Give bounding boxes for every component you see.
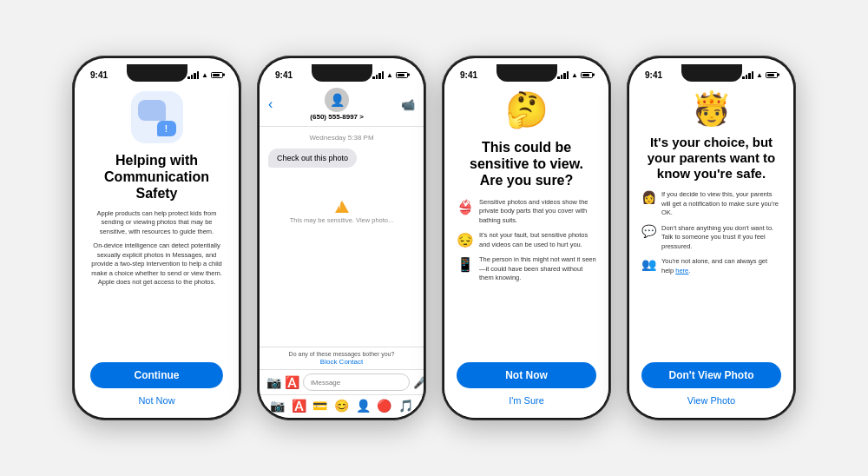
warning-triangle-icon (335, 201, 349, 213)
choice-item-3: 👥 You're not alone, and can always get h… (641, 257, 781, 275)
phone-1-desc2: On-device intelligence can detect potent… (90, 241, 223, 288)
audio-icon[interactable]: 🎤 (413, 376, 424, 389)
choice-title: It's your choice, but your parents want … (641, 135, 781, 182)
messages-input-bar: 📷 🅰️ 🎤 (260, 369, 424, 394)
back-button[interactable]: ‹ (268, 96, 273, 112)
phone-4-notch (681, 64, 742, 82)
phone-2-content: ‹ 👤 (650) 555-8997 > 📹 Wednesday 5:38 PM… (260, 84, 424, 418)
phone-1: 9:41 ▲ (72, 56, 241, 420)
emoji-music[interactable]: 🎵 (398, 399, 413, 413)
phone-2-wrapper: 9:41 ▲ (257, 56, 426, 420)
dont-view-button[interactable]: Don't View Photo (641, 362, 781, 388)
crown-emoji: 🫅 (691, 89, 732, 128)
video-call-icon[interactable]: 📹 (401, 98, 415, 111)
phone-3: 9:41 ▲ 🤔 (442, 56, 611, 420)
phone-3-inner: 9:41 ▲ 🤔 (444, 58, 608, 418)
phone-icon: 📱 (457, 256, 474, 273)
phone-4-battery-icon (766, 72, 778, 78)
emoji-camera[interactable]: 📷 (270, 399, 285, 413)
sensitive-item-2-text: It's not your fault, but sensitive photo… (479, 231, 596, 249)
message-date: Wednesday 5:38 PM (268, 134, 415, 142)
chat-bubble-2: ! (157, 121, 176, 136)
exclamation-icon: ! (165, 124, 168, 134)
communication-icon: ! (131, 91, 183, 143)
sensitive-title: This could be sensitive to view. Are you… (457, 139, 596, 189)
im-sure-link[interactable]: I'm Sure (509, 395, 544, 406)
message-bubble: Check out this photo (268, 149, 357, 168)
phone-1-battery-icon (211, 72, 223, 78)
phone-2-inner: 9:41 ▲ (260, 58, 424, 418)
phone-1-notch (127, 64, 187, 82)
phone-4-signal (742, 71, 753, 79)
parent-icon: 👩 (641, 190, 656, 204)
phone-2-status-icons: ▲ (372, 71, 408, 79)
continue-button[interactable]: Continue (90, 362, 223, 388)
contact-phone[interactable]: (650) 555-8997 > (310, 113, 364, 121)
phone-2-signal (372, 71, 384, 79)
chat-bubble-1 (138, 100, 166, 121)
phone-1-wifi-icon: ▲ (201, 71, 208, 79)
bother-text: Do any of these messages bother you? Blo… (260, 347, 424, 369)
phone-3-signal (557, 71, 569, 79)
phone-1-wrapper: 9:41 ▲ (72, 56, 241, 420)
not-now-button[interactable]: Not Now (457, 362, 596, 388)
phone-4-wrapper: 9:41 ▲ 🫅 (627, 56, 796, 420)
sensitive-items: 👙 Sensitive photos and videos show the p… (457, 198, 596, 289)
scene: 9:41 ▲ (0, 0, 868, 476)
chat-icon: 💬 (641, 224, 656, 238)
sad-face-icon: 😔 (457, 232, 474, 248)
emoji-apps[interactable]: 🅰️ (292, 399, 306, 413)
phone-4-content: 🫅 It's your choice, but your parents wan… (629, 84, 793, 418)
view-photo-link[interactable]: View Photo (687, 395, 735, 406)
emoji-face[interactable]: 😊 (334, 399, 349, 413)
phone-1-signal (187, 71, 199, 79)
phone-4-status-icons: ▲ (742, 71, 778, 79)
phone-3-notch (496, 64, 557, 82)
phone-3-status-icons: ▲ (557, 71, 593, 79)
phone-3-battery-icon (581, 72, 593, 78)
phone-1-time: 9:41 (90, 70, 108, 80)
phone-1-content: ! Helping with Communication Safety Appl… (75, 84, 239, 418)
phone-1-inner: 9:41 ▲ (75, 58, 239, 418)
messages-body: Wednesday 5:38 PM Check out this photo T… (260, 127, 424, 347)
avatar-icon: 👤 (330, 93, 345, 107)
sensitive-item-3-text: The person in this might not want it see… (479, 255, 596, 283)
phone-4-inner: 9:41 ▲ 🫅 (629, 58, 793, 418)
phone-2-wifi-icon: ▲ (386, 71, 393, 79)
phone-1-not-now-link[interactable]: Not Now (138, 395, 174, 406)
choice-item-1: 👩 If you decide to view this, your paren… (641, 190, 781, 218)
choice-item-2-text: Don't share anything you don't want to. … (661, 224, 781, 252)
warning-text[interactable]: This may be sensitive. View photo... (290, 216, 394, 224)
phone-4-time: 9:41 (645, 70, 662, 80)
thinking-emoji: 🤔 (505, 89, 549, 130)
contact-avatar: 👤 (325, 88, 349, 112)
emoji-bar: 📷 🅰️ 💳 😊 👤 🔴 🎵 (260, 394, 424, 418)
phone-1-title: Helping with Communication Safety (90, 152, 223, 202)
phone-3-time: 9:41 (460, 70, 477, 80)
choice-item-3-text: You're not alone, and can always get hel… (661, 257, 781, 275)
help-link[interactable]: here (675, 267, 688, 274)
phone-3-wrapper: 9:41 ▲ 🤔 (442, 56, 611, 420)
block-contact-link[interactable]: Block Contact (263, 358, 420, 366)
choice-item-1-text: If you decide to view this, your parents… (661, 190, 781, 218)
sensitive-item-3: 📱 The person in this might not want it s… (457, 255, 596, 283)
emoji-memoji[interactable]: 👤 (356, 399, 371, 413)
messages-header: ‹ 👤 (650) 555-8997 > 📹 (260, 84, 424, 127)
camera-icon[interactable]: 📷 (266, 375, 281, 389)
people-icon: 👥 (641, 257, 656, 271)
emoji-red[interactable]: 🔴 (377, 399, 391, 413)
phone-3-content: 🤔 This could be sensitive to view. Are y… (444, 84, 608, 418)
phone-4-wifi-icon: ▲ (756, 71, 763, 79)
message-input[interactable] (303, 374, 410, 391)
apps-icon[interactable]: 🅰️ (285, 375, 299, 389)
phone-1-status-icons: ▲ (187, 71, 223, 79)
choice-item-2: 💬 Don't share anything you don't want to… (641, 224, 781, 252)
phone-3-wifi-icon: ▲ (571, 71, 578, 79)
phone-4: 9:41 ▲ 🫅 (627, 56, 796, 420)
phone-2: 9:41 ▲ (257, 56, 426, 420)
bathing-suit-icon: 👙 (457, 199, 474, 215)
phone-1-desc1: Apple products can help protect kids fro… (90, 209, 223, 237)
contact-info: 👤 (650) 555-8997 > (310, 88, 364, 121)
emoji-pay[interactable]: 💳 (312, 399, 327, 413)
sensitive-item-1-text: Sensitive photos and videos show the pri… (479, 198, 596, 226)
